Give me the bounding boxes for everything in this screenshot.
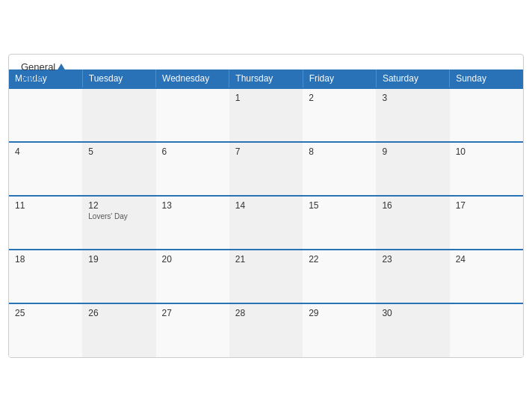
calendar-cell: 15 xyxy=(303,196,376,250)
day-number: 14 xyxy=(235,200,297,211)
calendar-cell: 28 xyxy=(229,303,303,357)
day-number: 23 xyxy=(382,254,443,265)
day-number: 7 xyxy=(235,146,297,157)
day-number: 21 xyxy=(235,254,297,265)
calendar-cell: 5 xyxy=(82,142,155,196)
day-number: 1 xyxy=(235,93,297,103)
day-number: 27 xyxy=(162,308,223,318)
day-number: 9 xyxy=(382,146,443,157)
day-number: 11 xyxy=(15,200,76,211)
day-number: 29 xyxy=(309,308,370,318)
day-number: 16 xyxy=(382,200,443,211)
calendar-week-row: 45678910 xyxy=(9,142,523,196)
calendar-cell xyxy=(450,88,523,142)
calendar-cell: 12Lovers' Day xyxy=(82,196,155,250)
day-number: 8 xyxy=(309,146,370,157)
calendar-header: General Blue xyxy=(9,55,523,69)
day-number: 2 xyxy=(309,93,370,103)
day-number: 15 xyxy=(309,200,370,211)
calendar-cell: 22 xyxy=(303,250,376,303)
calendar-cell xyxy=(82,88,155,142)
calendar-grid: MondayTuesdayWednesdayThursdayFridaySatu… xyxy=(9,69,523,357)
calendar-week-row: 1112Lovers' Day1314151617 xyxy=(9,196,523,250)
calendar-cell: 18 xyxy=(9,250,82,303)
weekday-header-wednesday: Wednesday xyxy=(156,69,229,88)
calendar-cell: 24 xyxy=(450,250,523,303)
day-number: 24 xyxy=(456,254,517,265)
logo-blue-text: Blue xyxy=(21,72,66,83)
calendar-cell: 2 xyxy=(303,88,376,142)
calendar-cell: 27 xyxy=(156,303,229,357)
calendar-week-row: 123 xyxy=(9,88,523,142)
day-number: 20 xyxy=(162,254,223,265)
calendar-cell: 19 xyxy=(82,250,155,303)
calendar-cell: 23 xyxy=(376,250,449,303)
calendar-week-row: 18192021222324 xyxy=(9,250,523,303)
day-number: 3 xyxy=(382,93,443,103)
calendar-cell: 9 xyxy=(376,142,449,196)
weekday-header-tuesday: Tuesday xyxy=(82,69,155,88)
calendar-cell: 25 xyxy=(9,303,82,357)
calendar-cell: 26 xyxy=(82,303,155,357)
logo: General Blue xyxy=(21,62,66,84)
calendar-cell: 13 xyxy=(156,196,229,250)
day-number: 19 xyxy=(88,254,149,265)
calendar-cell: 7 xyxy=(229,142,303,196)
day-number: 5 xyxy=(88,146,149,157)
weekday-header-saturday: Saturday xyxy=(376,69,449,88)
calendar-cell: 10 xyxy=(450,142,523,196)
day-number: 25 xyxy=(15,308,76,318)
calendar-cell: 20 xyxy=(156,250,229,303)
calendar-cell: 1 xyxy=(229,88,303,142)
calendar-cell: 30 xyxy=(376,303,449,357)
day-number: 12 xyxy=(88,200,149,211)
weekday-row: MondayTuesdayWednesdayThursdayFridaySatu… xyxy=(9,69,523,88)
logo-general-text: General xyxy=(21,62,66,72)
day-number: 30 xyxy=(382,308,443,318)
calendar-cell: 17 xyxy=(450,196,523,250)
day-number: 6 xyxy=(162,146,223,157)
day-number: 13 xyxy=(162,200,223,211)
day-number: 26 xyxy=(88,308,149,318)
calendar-cell xyxy=(156,88,229,142)
calendar-cell: 6 xyxy=(156,142,229,196)
calendar-cell: 21 xyxy=(229,250,303,303)
day-number: 18 xyxy=(15,254,76,265)
calendar-body: 123456789101112Lovers' Day13141516171819… xyxy=(9,88,523,357)
day-number: 4 xyxy=(15,146,76,157)
calendar-cell: 3 xyxy=(376,88,449,142)
calendar-cell: 14 xyxy=(229,196,303,250)
calendar-cell: 29 xyxy=(303,303,376,357)
calendar-cell xyxy=(9,88,82,142)
calendar-container: General Blue MondayTuesdayWednesdayThurs… xyxy=(8,54,524,358)
day-number: 28 xyxy=(235,308,297,318)
day-number: 17 xyxy=(456,200,517,211)
calendar-cell: 11 xyxy=(9,196,82,250)
logo-triangle-icon xyxy=(57,64,66,71)
calendar-week-row: 252627282930 xyxy=(9,303,523,357)
event-label: Lovers' Day xyxy=(88,212,149,220)
calendar-cell: 16 xyxy=(376,196,449,250)
day-number: 22 xyxy=(309,254,370,265)
weekday-header-sunday: Sunday xyxy=(450,69,523,88)
calendar-cell xyxy=(450,303,523,357)
weekday-header-thursday: Thursday xyxy=(229,69,303,88)
calendar-header-row: MondayTuesdayWednesdayThursdayFridaySatu… xyxy=(9,69,523,88)
calendar-cell: 8 xyxy=(303,142,376,196)
weekday-header-friday: Friday xyxy=(303,69,376,88)
calendar-cell: 4 xyxy=(9,142,82,196)
day-number: 10 xyxy=(456,146,517,157)
